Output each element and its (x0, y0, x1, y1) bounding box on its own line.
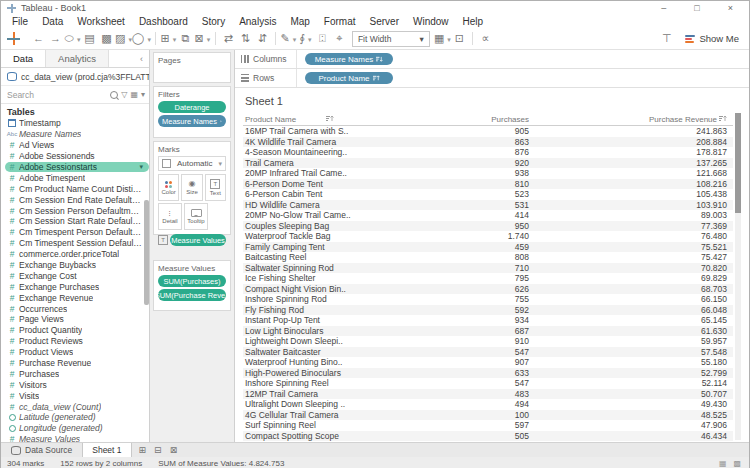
pause-updates-button[interactable]: ▨ ▾ (115, 33, 132, 44)
purchase-revenue-cell[interactable]: 48.525 (529, 410, 733, 420)
menu-item-format[interactable]: Format (317, 16, 363, 27)
product-name-cell[interactable]: Baitcasting Reel (243, 252, 471, 262)
purchase-revenue-cell[interactable]: 70.820 (529, 263, 733, 273)
table-row[interactable]: 6-Person Dome Tent810108.216 (243, 179, 733, 190)
minimize-button[interactable]: – (661, 3, 666, 13)
purchases-cell[interactable]: 505 (471, 431, 529, 441)
table-row[interactable]: Fly Fishing Rod59266.048 (243, 305, 733, 316)
field-product-quantity[interactable]: #Product Quantity (5, 325, 149, 336)
table-row[interactable]: Waterproof Tackle Bag1.74076.480 (243, 231, 733, 242)
table-row[interactable]: Instant Pop-Up Tent93465.145 (243, 315, 733, 326)
presentation-mode-button[interactable]: ⊡ (451, 33, 468, 44)
purchases-cell[interactable]: 907 (471, 357, 529, 367)
purchases-cell[interactable]: 1.740 (471, 231, 529, 241)
product-name-cell[interactable]: 12MP Trail Camera (243, 389, 471, 399)
purchase-revenue-cell[interactable]: 137.265 (529, 158, 733, 168)
purchase-revenue-cell[interactable]: 77.369 (529, 221, 733, 231)
replay-button[interactable]: ⬭ ▾ (64, 33, 81, 44)
purchase-revenue-cell[interactable]: 241.863 (529, 126, 733, 136)
group-members-button[interactable]: ∮ ▾ (297, 33, 314, 44)
purchases-cell[interactable]: 626 (471, 284, 529, 294)
table-row[interactable]: Inshore Spinning Rod75566.150 (243, 294, 733, 305)
field-adobe-sessionstarts[interactable]: #Adobe Sessionstarts▾ (5, 162, 149, 173)
clear-sheet-button[interactable]: ⊠ ▾ (194, 33, 211, 44)
purchases-cell[interactable]: 459 (471, 242, 529, 252)
table-row[interactable]: 12MP Trail Camera48350.707 (243, 389, 733, 400)
purchase-revenue-cell[interactable]: 76.480 (529, 231, 733, 241)
purchases-cell[interactable]: 547 (471, 378, 529, 388)
view-options-icon[interactable]: ▦ (130, 90, 138, 99)
purchases-cell[interactable]: 523 (471, 189, 529, 199)
product-name-cell[interactable]: 6-Person Cabin Tent (243, 189, 471, 199)
field-cm-session-start-rate-defaultmetric[interactable]: #Cm Session Start Rate Defaultmetric (5, 216, 149, 227)
field-timestamp[interactable]: Timestamp (5, 118, 149, 129)
purchases-cell[interactable]: 414 (471, 210, 529, 220)
purchase-revenue-cell[interactable]: 50.707 (529, 389, 733, 399)
purchase-revenue-cell[interactable]: 68.703 (529, 284, 733, 294)
menu-item-analysis[interactable]: Analysis (232, 16, 283, 27)
purchases-cell[interactable]: 795 (471, 273, 529, 283)
menu-item-map[interactable]: Map (283, 16, 316, 27)
rows-pill-product-name[interactable]: Product Name (305, 72, 393, 84)
purchases-cell[interactable]: 950 (471, 221, 529, 231)
product-name-cell[interactable]: Ice Fishing Shelter (243, 273, 471, 283)
filters-card[interactable]: Filters Daterange Measure Names (153, 86, 231, 138)
purchases-cell[interactable]: 710 (471, 263, 529, 273)
field-exchange-cost[interactable]: #Exchange Cost (5, 270, 149, 281)
product-name-cell[interactable]: Trail Camera (243, 158, 471, 168)
field-adobe-sessionends[interactable]: #Adobe Sessionends (5, 151, 149, 162)
marks-card[interactable]: Marks Automatic ▾ Color ◉ Size (153, 141, 231, 235)
product-name-cell[interactable]: Inshore Spinning Reel (243, 378, 471, 388)
field-exchange-purchases[interactable]: #Exchange Purchases (5, 281, 149, 292)
purchases-cell[interactable]: 905 (471, 126, 529, 136)
table-row[interactable]: Baitcasting Reel80875.427 (243, 252, 733, 263)
product-name-cell[interactable]: 16MP Trail Camera with S.. (243, 126, 471, 136)
show-mark-labels-button[interactable]: ⍠ (314, 33, 331, 44)
column-header-product-name[interactable]: Product Name (245, 115, 296, 124)
purchase-revenue-cell[interactable]: 69.829 (529, 273, 733, 283)
table-row[interactable]: 20MP Infrared Trail Came..938121.668 (243, 168, 733, 179)
table-row[interactable]: 16MP Trail Camera with S..905241.863 (243, 126, 733, 137)
field-adobe-timespent[interactable]: #Adobe Timespent (5, 172, 149, 183)
field-product-views[interactable]: #Product Views (5, 347, 149, 358)
field-measure-names[interactable]: AbcMeasure Names (5, 129, 149, 140)
purchase-revenue-cell[interactable]: 178.817 (529, 147, 733, 157)
purchases-cell[interactable]: 938 (471, 168, 529, 178)
menu-item-window[interactable]: Window (406, 16, 456, 27)
purchase-revenue-cell[interactable]: 89.003 (529, 210, 733, 220)
table-row[interactable]: 20MP No-Glow Trail Came..41489.003 (243, 210, 733, 221)
field-measure-values[interactable]: #Measure Values (5, 434, 149, 442)
table-row[interactable]: Waterproof Hunting Bino..90755.180 (243, 357, 733, 368)
field-ad-views[interactable]: #Ad Views (5, 140, 149, 151)
table-row[interactable]: Low Light Binoculars68761.630 (243, 326, 733, 337)
highlight-button[interactable]: ✎ ▾ (280, 33, 297, 44)
purchases-cell[interactable]: 547 (471, 347, 529, 357)
field-cc-data-view-count[interactable]: #cc_data_view (Count) (5, 401, 149, 412)
product-name-cell[interactable]: Fly Fishing Rod (243, 305, 471, 315)
text-button[interactable]: T Text (205, 174, 226, 201)
sidebar-scrollbar[interactable] (144, 200, 149, 305)
purchase-revenue-cell[interactable]: 208.884 (529, 137, 733, 147)
duplicate-sheet-button[interactable]: ⧉ (177, 33, 194, 44)
table-row[interactable]: Saltwater Baitcaster54757.548 (243, 347, 733, 358)
tab-data-source[interactable]: Data Source (1, 443, 82, 457)
tab-analytics[interactable]: Analytics (46, 50, 109, 67)
share-button[interactable]: ∝ (477, 33, 494, 44)
field-commerce-order-pricetotal[interactable]: #commerce.order.priceTotal (5, 249, 149, 260)
show-hide-cards-button[interactable]: ▦ ▾ (434, 33, 451, 44)
filter-pill-measure-names[interactable]: Measure Names (158, 115, 226, 127)
table-row[interactable]: High-Powered Binoculars63352.799 (243, 368, 733, 379)
field-cm-timespent-person-defaultmetric[interactable]: #Cm Timespent Person Defaultmetric (5, 227, 149, 238)
purchases-cell[interactable]: 863 (471, 137, 529, 147)
maximize-button[interactable]: □ (694, 3, 699, 13)
color-button[interactable]: Color (158, 174, 179, 201)
marks-pill-measure-values[interactable]: Measure Values (170, 234, 226, 246)
purchase-revenue-cell[interactable]: 52.114 (529, 378, 733, 388)
filter-pill-daterange[interactable]: Daterange (158, 101, 226, 113)
table-row[interactable]: Saltwater Spinning Rod71070.820 (243, 263, 733, 274)
product-name-cell[interactable]: Waterproof Tackle Bag (243, 231, 471, 241)
sort-descending-icon[interactable] (719, 115, 727, 123)
menu-item-file[interactable]: File (5, 16, 35, 27)
sort-descending-button[interactable]: ⇵ (254, 33, 271, 44)
collapse-pane-icon[interactable]: ‹ (134, 54, 149, 64)
